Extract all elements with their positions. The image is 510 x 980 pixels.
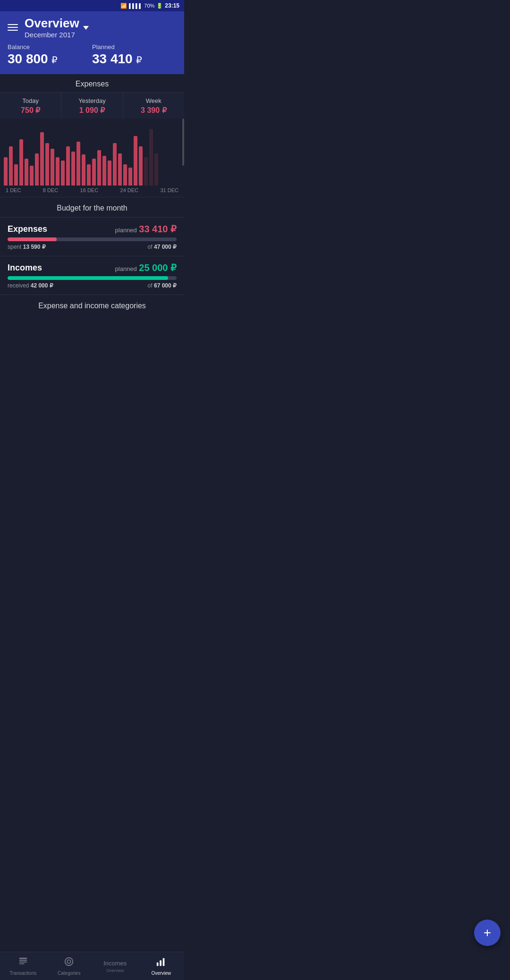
- chart-bar-11: [61, 161, 65, 186]
- chart-bar-15: [82, 154, 85, 186]
- chart-bar-16: [87, 164, 91, 186]
- chart-bar-23: [123, 164, 127, 186]
- budget-expenses-header: Expenses planned 33 410 ₽: [8, 223, 177, 235]
- incomes-progress-bg: [8, 276, 177, 280]
- chart-bar-28: [149, 129, 153, 186]
- chart-bars: [4, 124, 180, 186]
- incomes-progress-fill: [8, 276, 168, 280]
- budget-incomes-footer: received 42 000 ₽ of 67 000 ₽: [8, 282, 177, 289]
- status-icons: 📶 ▌▌▌▌ 70% 🔋 23:15: [120, 2, 179, 9]
- chart-bar-4: [25, 159, 28, 186]
- chart-bar-25: [134, 136, 137, 186]
- wifi-icon: 📶: [120, 3, 127, 9]
- expenses-section-title: Expenses: [0, 74, 184, 92]
- menu-button[interactable]: [8, 24, 18, 31]
- chart-label-24dec: 24 DEC: [120, 187, 139, 193]
- budget-incomes-item[interactable]: Incomes planned 25 000 ₽ received 42 000…: [0, 256, 184, 295]
- signal-icon: ▌▌▌▌: [129, 3, 142, 8]
- dropdown-arrow-icon[interactable]: [83, 26, 89, 30]
- chart-bar-21: [113, 143, 117, 186]
- balance-section: Balance 30 800 ₽: [8, 43, 92, 67]
- period-yesterday[interactable]: Yesterday 1 090 ₽: [61, 93, 123, 118]
- planned-section: Planned 33 410 ₽: [92, 43, 177, 67]
- chart-label-1dec: 1 DEC: [6, 187, 21, 193]
- page-title: Overview December 2017: [25, 16, 79, 39]
- budget-expenses-item[interactable]: Expenses planned 33 410 ₽ spent 13 590 ₽…: [0, 217, 184, 256]
- expenses-chart[interactable]: 1 DEC 8 DEC 16 DEC 24 DEC 31 DEC: [0, 118, 184, 197]
- chart-bar-17: [92, 159, 96, 186]
- balance-row: Balance 30 800 ₽ Planned 33 410 ₽: [8, 43, 177, 67]
- budget-title: Budget for the month: [0, 197, 184, 217]
- battery-percent: 70%: [144, 3, 154, 8]
- chart-bar-29: [154, 153, 158, 186]
- chart-bar-14: [76, 142, 80, 186]
- categories-title: Expense and income categories: [0, 302, 184, 310]
- chart-bar-19: [102, 156, 106, 186]
- chart-bar-7: [40, 132, 44, 186]
- battery-icon: 🔋: [156, 3, 163, 9]
- chart-bar-22: [118, 153, 122, 186]
- chart-label-16dec: 16 DEC: [80, 187, 99, 193]
- chart-bar-26: [139, 146, 143, 186]
- chart-bar-5: [30, 166, 34, 186]
- planned-currency: ₽: [136, 55, 142, 65]
- chart-label-31dec: 31 DEC: [160, 187, 178, 193]
- balance-currency: ₽: [51, 55, 58, 65]
- chart-bar-0: [4, 157, 8, 186]
- period-row: Today 750 ₽ Yesterday 1 090 ₽ Week 3 390…: [0, 92, 184, 118]
- categories-section: Expense and income categories: [0, 295, 184, 315]
- period-today[interactable]: Today 750 ₽: [0, 93, 61, 118]
- chart-bar-27: [144, 157, 148, 186]
- chart-bar-24: [128, 168, 132, 186]
- expenses-progress-bg: [8, 237, 177, 241]
- header: Overview December 2017 Balance 30 800 ₽ …: [0, 11, 184, 74]
- balance-amount: 30 800: [8, 51, 48, 66]
- scrollbar: [182, 118, 184, 166]
- planned-amount: 33 410: [92, 51, 133, 66]
- chart-bar-13: [71, 152, 75, 186]
- title-row[interactable]: Overview December 2017: [25, 16, 89, 39]
- header-top-row: Overview December 2017: [8, 16, 177, 39]
- chart-bar-2: [14, 164, 18, 186]
- chart-bar-3: [19, 139, 23, 186]
- chart-bar-1: [9, 146, 13, 186]
- expenses-progress-fill: [8, 237, 57, 241]
- budget-incomes-header: Incomes planned 25 000 ₽: [8, 262, 177, 273]
- chart-labels: 1 DEC 8 DEC 16 DEC 24 DEC 31 DEC: [4, 186, 180, 197]
- budget-expenses-footer: spent 13 590 ₽ of 47 000 ₽: [8, 244, 177, 250]
- period-week[interactable]: Week 3 390 ₽: [123, 93, 184, 118]
- chart-bar-12: [66, 146, 70, 186]
- chart-bar-18: [97, 150, 101, 186]
- chart-bar-6: [35, 153, 39, 186]
- time-display: 23:15: [165, 2, 179, 9]
- budget-incomes-planned: planned 25 000 ₽: [115, 262, 177, 273]
- chart-bar-9: [51, 149, 54, 186]
- status-bar: 📶 ▌▌▌▌ 70% 🔋 23:15: [0, 0, 184, 11]
- chart-bar-10: [56, 157, 60, 186]
- budget-section: Budget for the month Expenses planned 33…: [0, 197, 184, 295]
- chart-bar-20: [108, 161, 111, 186]
- chart-bar-8: [45, 143, 49, 186]
- budget-expenses-planned: planned 33 410 ₽: [115, 223, 177, 235]
- chart-label-8dec: 8 DEC: [43, 187, 58, 193]
